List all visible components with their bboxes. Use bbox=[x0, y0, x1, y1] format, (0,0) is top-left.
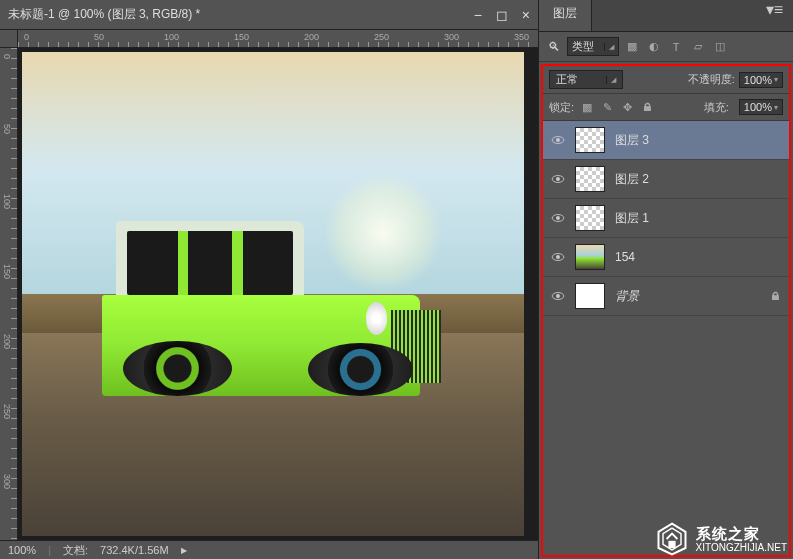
ruler-mark: 150 bbox=[2, 264, 12, 279]
highlight-box: 正常 不透明度: 100% 锁定: ▩ ✎ ✥ 🔒︎ 填充: 100% 图层 3… bbox=[541, 64, 791, 557]
status-sep: | bbox=[48, 544, 51, 556]
canvas-image bbox=[22, 52, 524, 536]
window-controls: − ◻ × bbox=[474, 7, 530, 23]
lock-row: 锁定: ▩ ✎ ✥ 🔒︎ 填充: 100% bbox=[543, 94, 789, 121]
visibility-toggle-icon[interactable] bbox=[551, 172, 565, 186]
ruler-mark: 350 bbox=[514, 32, 529, 42]
panel-tabs: 图层 ▾≡ bbox=[539, 0, 793, 32]
ruler-mark: 0 bbox=[2, 54, 12, 59]
filter-pixel-icon[interactable]: ▩ bbox=[625, 40, 639, 54]
ruler-mark: 0 bbox=[24, 32, 29, 42]
restore-button[interactable]: ◻ bbox=[496, 7, 508, 23]
ruler-mark: 150 bbox=[234, 32, 249, 42]
lock-label: 锁定: bbox=[549, 100, 574, 115]
filter-smart-icon[interactable]: ◫ bbox=[713, 40, 727, 54]
status-zoom[interactable]: 100% bbox=[8, 544, 36, 556]
status-more[interactable]: ▶ bbox=[181, 546, 187, 555]
lock-all-icon[interactable]: 🔒︎ bbox=[640, 100, 654, 114]
layer-row[interactable]: 背景🔒︎ bbox=[543, 277, 789, 316]
watermark-en: XITONGZHIJIA.NET bbox=[696, 542, 788, 554]
ruler-horizontal[interactable]: 050100150200250300350 bbox=[0, 30, 538, 48]
ruler-mark: 300 bbox=[444, 32, 459, 42]
panel-menu-icon[interactable]: ▾≡ bbox=[756, 0, 793, 25]
lock-indicator-icon: 🔒︎ bbox=[770, 290, 781, 302]
ruler-corner[interactable] bbox=[0, 30, 18, 48]
visibility-toggle-icon[interactable] bbox=[551, 289, 565, 303]
watermark-cn: 系统之家 bbox=[696, 525, 788, 542]
ruler-vertical[interactable]: 050100150200250300 bbox=[0, 48, 18, 540]
layer-row[interactable]: 154 bbox=[543, 238, 789, 277]
layer-row[interactable]: 图层 3 bbox=[543, 121, 789, 160]
svg-point-5 bbox=[556, 216, 560, 220]
layer-thumbnail[interactable] bbox=[575, 205, 605, 231]
lock-icons: ▩ ✎ ✥ 🔒︎ bbox=[580, 100, 654, 114]
layer-name[interactable]: 图层 2 bbox=[615, 171, 781, 188]
layers-panel: 图层 ▾≡ 🔍︎ 类型 ▩ ◐ T ▱ ◫ 正常 不透明度: 100% 锁定: … bbox=[538, 0, 793, 559]
layer-name[interactable]: 图层 3 bbox=[615, 132, 781, 149]
close-button[interactable]: × bbox=[522, 7, 530, 23]
filter-icons: ▩ ◐ T ▱ ◫ bbox=[625, 40, 727, 54]
ruler-mark: 50 bbox=[2, 124, 12, 134]
layer-name[interactable]: 图层 1 bbox=[615, 210, 781, 227]
ruler-mark: 250 bbox=[2, 404, 12, 419]
blend-mode-select[interactable]: 正常 bbox=[549, 70, 623, 89]
svg-point-7 bbox=[556, 255, 560, 259]
ruler-mark: 100 bbox=[2, 194, 12, 209]
layer-row[interactable]: 图层 1 bbox=[543, 199, 789, 238]
fill-label: 填充: bbox=[704, 100, 729, 115]
minimize-button[interactable]: − bbox=[474, 7, 482, 23]
filter-shape-icon[interactable]: ▱ bbox=[691, 40, 705, 54]
document-body: 050100150200250300 bbox=[0, 48, 538, 540]
fill-field[interactable]: 100% bbox=[739, 99, 783, 115]
layer-name[interactable]: 154 bbox=[615, 250, 781, 264]
document-window: 未标题-1 @ 100% (图层 3, RGB/8) * − ◻ × 05010… bbox=[0, 0, 538, 559]
svg-rect-10 bbox=[668, 541, 675, 548]
lock-position-icon[interactable]: ✥ bbox=[620, 100, 634, 114]
filter-adjustment-icon[interactable]: ◐ bbox=[647, 40, 661, 54]
visibility-toggle-icon[interactable] bbox=[551, 133, 565, 147]
lock-transparency-icon[interactable]: ▩ bbox=[580, 100, 594, 114]
filter-type-icon[interactable]: T bbox=[669, 40, 683, 54]
watermark-icon bbox=[654, 521, 690, 557]
layer-row[interactable]: 图层 2 bbox=[543, 160, 789, 199]
layer-name[interactable]: 背景 bbox=[615, 288, 760, 305]
status-bar: 100% | 文档: 732.4K/1.56M ▶ bbox=[0, 540, 538, 559]
layer-thumbnail[interactable] bbox=[575, 244, 605, 270]
opacity-label: 不透明度: bbox=[688, 72, 735, 87]
blend-row: 正常 不透明度: 100% bbox=[543, 66, 789, 94]
layer-list[interactable]: 图层 3图层 2图层 1154背景🔒︎ bbox=[543, 121, 789, 555]
ruler-mark: 100 bbox=[164, 32, 179, 42]
ruler-mark: 250 bbox=[374, 32, 389, 42]
lock-image-icon[interactable]: ✎ bbox=[600, 100, 614, 114]
layer-thumbnail[interactable] bbox=[575, 283, 605, 309]
filter-search-icon[interactable]: 🔍︎ bbox=[547, 40, 561, 54]
filter-row: 🔍︎ 类型 ▩ ◐ T ▱ ◫ bbox=[539, 32, 793, 62]
document-header: 未标题-1 @ 100% (图层 3, RGB/8) * − ◻ × bbox=[0, 0, 538, 30]
document-title: 未标题-1 @ 100% (图层 3, RGB/8) * bbox=[8, 3, 200, 26]
canvas[interactable] bbox=[22, 52, 524, 536]
canvas-area[interactable] bbox=[18, 48, 538, 540]
svg-point-1 bbox=[556, 138, 560, 142]
visibility-toggle-icon[interactable] bbox=[551, 250, 565, 264]
layer-thumbnail[interactable] bbox=[575, 166, 605, 192]
layer-thumbnail[interactable] bbox=[575, 127, 605, 153]
filter-type-select[interactable]: 类型 bbox=[567, 37, 619, 56]
status-doc-label: 文档: bbox=[63, 543, 88, 558]
visibility-toggle-icon[interactable] bbox=[551, 211, 565, 225]
ruler-mark: 200 bbox=[304, 32, 319, 42]
ruler-mark: 50 bbox=[94, 32, 104, 42]
svg-point-9 bbox=[556, 294, 560, 298]
status-size[interactable]: 732.4K/1.56M bbox=[100, 544, 169, 556]
ruler-mark: 200 bbox=[2, 334, 12, 349]
svg-point-3 bbox=[556, 177, 560, 181]
watermark: 系统之家 XITONGZHIJIA.NET bbox=[654, 521, 788, 557]
ruler-mark: 300 bbox=[2, 474, 12, 489]
opacity-field[interactable]: 100% bbox=[739, 72, 783, 88]
tab-layers[interactable]: 图层 bbox=[539, 0, 592, 31]
